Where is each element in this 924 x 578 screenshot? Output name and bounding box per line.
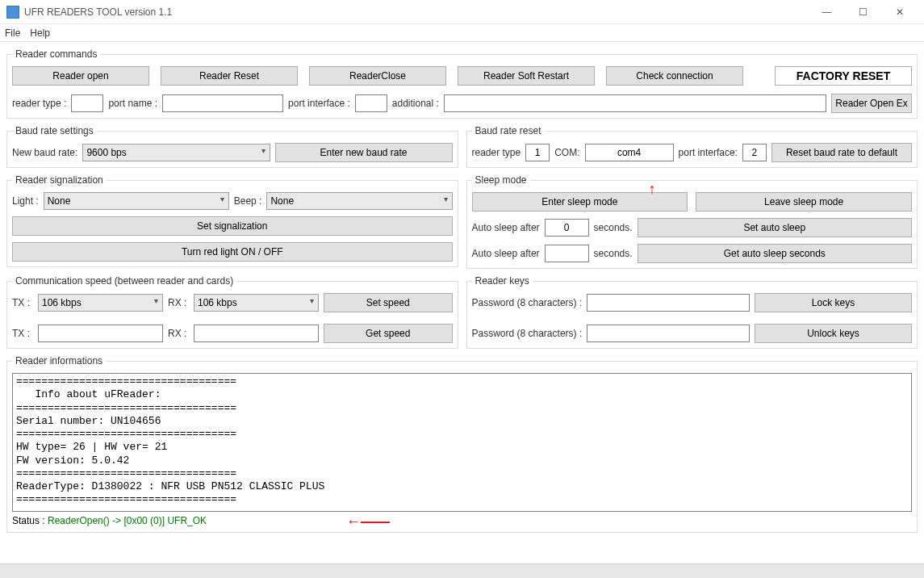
comm-speed-group: Communication speed (between reader and … [6, 275, 458, 349]
baud-settings-group: Baud rate settings New baud rate: 9600 b… [6, 125, 458, 168]
tx2-label: TX : [12, 328, 33, 339]
baud-reset-rt-input[interactable] [525, 144, 550, 161]
seconds-label-2: seconds. [594, 248, 633, 259]
sleep-mode-group: Sleep mode Enter sleep mode Leave sleep … [466, 174, 918, 269]
password-label-1: Password (8 characters) : [472, 297, 583, 308]
port-name-input[interactable] [162, 94, 283, 112]
sleep-mode-legend: Sleep mode [472, 174, 530, 186]
window-title: UFR READERS TOOL version 1.1 [24, 6, 809, 18]
menu-help[interactable]: Help [30, 27, 50, 39]
signalization-group: Reader signalization Light : None Beep :… [6, 174, 458, 267]
reader-infos-group: Reader informations ====================… [6, 355, 918, 533]
light-select[interactable]: None [44, 192, 229, 210]
password-input-2[interactable] [587, 325, 750, 342]
rx2-label: RX : [168, 328, 189, 339]
factory-reset-button[interactable]: FACTORY RESET [775, 66, 912, 86]
rx-select[interactable]: 106 kbps [194, 294, 319, 312]
reader-commands-legend: Reader commands [12, 48, 100, 60]
baud-reset-com-label: COM: [554, 147, 579, 158]
leave-sleep-button[interactable]: Leave sleep mode [696, 192, 912, 212]
light-label: Light : [12, 195, 39, 207]
tx-select[interactable]: 106 kbps [38, 294, 163, 312]
reader-close-button[interactable]: ReaderClose [309, 66, 446, 86]
check-connection-button[interactable]: Check connection [606, 66, 743, 86]
baud-settings-legend: Baud rate settings [12, 125, 97, 136]
app-icon [6, 6, 19, 19]
port-name-label: port name : [108, 98, 157, 109]
set-auto-sleep-button[interactable]: Set auto sleep [638, 218, 912, 237]
reader-keys-group: Reader keys Password (8 characters) : Lo… [466, 275, 918, 349]
status-value: ReaderOpen() -> [0x00 (0)] UFR_OK [48, 515, 207, 526]
additional-label: additional : [392, 98, 439, 109]
get-auto-sleep-button[interactable]: Get auto sleep seconds [638, 244, 912, 263]
get-speed-button[interactable]: Get speed [324, 324, 453, 343]
enter-baud-button[interactable]: Enter new baud rate [275, 143, 453, 162]
signalization-legend: Reader signalization [12, 174, 107, 186]
port-interface-input[interactable] [355, 94, 387, 112]
baud-rate-select[interactable]: 9600 bps [82, 144, 270, 161]
set-speed-button[interactable]: Set speed [324, 293, 453, 312]
tx-label: TX : [12, 297, 33, 308]
baud-reset-rt-label: reader type [472, 147, 521, 158]
enter-sleep-button[interactable]: Enter sleep mode [472, 192, 688, 212]
set-signalization-button[interactable]: Set signalization [12, 216, 453, 236]
reader-commands-group: Reader commands Reader open Reader Reset… [6, 48, 918, 119]
comm-speed-legend: Communication speed (between reader and … [12, 275, 236, 287]
maximize-button[interactable]: ☐ [845, 1, 881, 23]
status-label: Status : [12, 515, 48, 526]
rx2-input[interactable] [194, 325, 319, 342]
beep-select[interactable]: None [266, 192, 452, 210]
lock-keys-button[interactable]: Lock keys [755, 293, 912, 312]
additional-input[interactable] [444, 94, 826, 112]
reader-open-button[interactable]: Reader open [12, 66, 149, 86]
reader-type-label: reader type : [12, 98, 66, 109]
baud-reset-pi-label: port interface: [679, 147, 738, 158]
baud-reset-pi-input[interactable] [742, 144, 767, 161]
auto-sleep-label-2: Auto sleep after [472, 248, 540, 259]
unlock-keys-button[interactable]: Unlock keys [755, 324, 912, 343]
status-bar [0, 563, 924, 578]
reader-type-input[interactable] [71, 94, 103, 112]
reader-open-ex-button[interactable]: Reader Open Ex [831, 94, 912, 113]
red-light-button[interactable]: Turn red light ON / OFF [12, 242, 453, 262]
reader-soft-restart-button[interactable]: Reader Soft Restart [458, 66, 595, 86]
close-button[interactable]: ✕ [881, 1, 918, 23]
status-line: Status : ReaderOpen() -> [0x00 (0)] UFR_… [12, 515, 912, 527]
new-baud-label: New baud rate: [12, 147, 77, 158]
password-label-2: Password (8 characters) : [472, 328, 583, 339]
port-interface-label: port interface : [288, 98, 350, 109]
reader-infos-legend: Reader informations [12, 355, 106, 366]
auto-sleep-input-1[interactable] [545, 219, 589, 237]
baud-reset-legend: Baud rate reset [472, 125, 545, 136]
reset-baud-button[interactable]: Reset baud rate to default [771, 143, 912, 162]
auto-sleep-input-2[interactable] [545, 245, 589, 262]
reader-keys-legend: Reader keys [472, 275, 533, 287]
rx-label: RX : [168, 297, 189, 308]
auto-sleep-label-1: Auto sleep after [472, 222, 540, 233]
baud-reset-group: Baud rate reset reader type COM: port in… [466, 125, 918, 168]
reader-info-textarea[interactable]: =================================== Info… [12, 373, 912, 512]
beep-label: Beep : [234, 195, 262, 207]
password-input-1[interactable] [587, 294, 750, 312]
seconds-label-1: seconds. [594, 222, 633, 233]
title-bar: UFR READERS TOOL version 1.1 — ☐ ✕ [0, 0, 924, 24]
menu-file[interactable]: File [5, 27, 20, 39]
minimize-button[interactable]: — [809, 1, 845, 23]
tx2-input[interactable] [38, 325, 163, 342]
baud-reset-com-input[interactable] [585, 144, 674, 161]
menu-bar: File Help [0, 24, 924, 42]
reader-reset-button[interactable]: Reader Reset [161, 66, 298, 86]
